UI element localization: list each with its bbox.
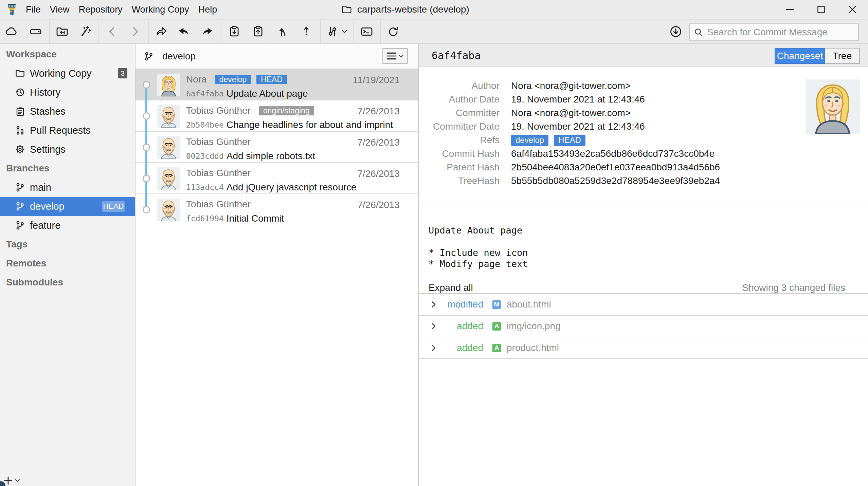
- field-commit-hash: Commit Hash 6af4faba153493e2ca56db86e6dc…: [419, 147, 720, 161]
- remote-branch-badge: origin/staging: [259, 106, 314, 115]
- added-badge: A: [492, 344, 501, 352]
- sidebar-item-label: Working Copy: [30, 68, 92, 79]
- field-label: Parent Hash: [419, 162, 500, 173]
- share-button[interactable]: [151, 22, 171, 41]
- titlebar: File View Repository Working Copy Help c…: [0, 0, 868, 19]
- commit-details-panel: 6af4faba Changeset Tree Author Nora <nor…: [419, 44, 868, 486]
- open-repository-button[interactable]: [52, 22, 72, 41]
- push-icon: [300, 25, 313, 38]
- refresh-button[interactable]: [383, 22, 403, 41]
- magic-wand-button[interactable]: [75, 22, 95, 41]
- stash-apply-button[interactable]: [248, 22, 268, 41]
- commit-hash: 0023cddd: [186, 152, 224, 161]
- commit-row[interactable]: Tobias Günther 7/26/2013 fcd61994 Initia…: [135, 194, 418, 225]
- sidebar-item-branch-develop[interactable]: develop HEAD: [0, 197, 135, 216]
- toolbar-divider: [380, 20, 381, 43]
- history-icon: [15, 87, 25, 97]
- minimize-button[interactable]: [774, 0, 806, 19]
- commit-hash: fcd61994: [186, 214, 224, 223]
- stash-save-button[interactable]: [224, 22, 244, 41]
- fetch-button[interactable]: [666, 22, 686, 41]
- sidebar-section-tags[interactable]: Tags: [0, 235, 135, 254]
- sidebar-item-branch-feature[interactable]: feature: [0, 216, 135, 235]
- ref-badge-head: HEAD: [554, 135, 585, 146]
- drive-icon: [29, 25, 42, 38]
- commit-date: 7/26/2013: [357, 200, 400, 210]
- sidebar-item-working-copy[interactable]: Working Copy 3: [0, 64, 135, 83]
- sidebar-item-settings[interactable]: Settings: [0, 140, 135, 159]
- commit-graph-node: [143, 81, 150, 89]
- close-button[interactable]: [837, 0, 868, 19]
- sidebar-section-workspace[interactable]: Workspace: [0, 45, 135, 64]
- back-button[interactable]: [102, 22, 122, 41]
- field-parent-hash: Parent Hash 2b504bee4083a20e0ef1e037eea0…: [419, 161, 720, 174]
- share-icon: [155, 25, 168, 38]
- sidebar-item-branch-main[interactable]: main: [0, 178, 135, 197]
- pull-button[interactable]: [274, 22, 293, 41]
- stash-apply-icon: [251, 25, 265, 38]
- sidebar-item-pull-requests[interactable]: Pull Requests: [0, 121, 135, 140]
- commit-hash: 113adcc4: [186, 183, 224, 192]
- tab-changeset[interactable]: Changeset: [775, 48, 825, 64]
- commit-date: 7/26/2013: [357, 106, 400, 117]
- compare-button[interactable]: [322, 22, 351, 41]
- plus-icon: [4, 476, 12, 485]
- sidebar-section-submodules[interactable]: Submodules: [0, 273, 135, 292]
- list-options-button[interactable]: [382, 48, 408, 64]
- terminal-icon: [360, 25, 374, 38]
- commit-message: Initial Commit: [227, 213, 284, 224]
- file-row[interactable]: modified M about.html: [419, 294, 868, 316]
- sidebar-item-history[interactable]: History: [0, 83, 135, 102]
- maximize-icon: [817, 5, 826, 14]
- file-row[interactable]: added A product.html: [419, 337, 868, 359]
- commit-date: 11/19/2021: [353, 75, 400, 86]
- sidebar-item-stashes[interactable]: Stashes: [0, 102, 135, 121]
- main-area: Workspace Working Copy 3 History: [0, 44, 868, 486]
- menu-help[interactable]: Help: [198, 4, 217, 15]
- commit-message: Add jQuery javascript resource: [227, 182, 357, 193]
- commit-row[interactable]: Tobias Günther origin/staging 7/26/2013 …: [135, 100, 418, 132]
- menu-repository[interactable]: Repository: [79, 4, 123, 15]
- sidebar-section-remotes[interactable]: Remotes: [0, 254, 135, 273]
- toolbar-divider: [98, 20, 99, 43]
- drive-button[interactable]: [26, 22, 46, 41]
- search-input[interactable]: [707, 27, 854, 38]
- menu-file[interactable]: File: [26, 4, 41, 15]
- sidebar-section-branches[interactable]: Branches: [0, 159, 135, 178]
- hamburger-icon: [387, 52, 396, 60]
- commit-author: Tobias Günther: [186, 136, 251, 147]
- commit-hash: 2b504bee: [186, 120, 224, 129]
- changed-files-list: modified M about.html added A img/icon.p…: [419, 293, 868, 359]
- sidebar-item-label: Stashes: [30, 106, 66, 117]
- close-icon: [848, 5, 857, 14]
- menu-working-copy[interactable]: Working Copy: [132, 4, 189, 15]
- sidebar-item-label: main: [30, 182, 51, 193]
- field-author: Author Nora <nora@git-tower.com>: [419, 79, 720, 93]
- add-repository-button[interactable]: [4, 476, 20, 485]
- toolbar-divider: [148, 20, 149, 43]
- details-divider: [419, 204, 868, 204]
- gear-icon: [15, 144, 25, 154]
- push-button[interactable]: [296, 22, 316, 41]
- menu-view[interactable]: View: [50, 4, 70, 15]
- file-row[interactable]: added A img/icon.png: [419, 316, 868, 337]
- terminal-button[interactable]: [357, 22, 377, 41]
- toolbar-divider: [49, 20, 50, 43]
- field-author-date: Author Date 19. November 2021 at 12:43:4…: [419, 93, 720, 106]
- stash-save-icon: [228, 25, 241, 38]
- field-value: 6af4faba153493e2ca56db86e6dcd737c3cc0b4e: [511, 148, 715, 159]
- expand-all-link[interactable]: Expand all: [429, 282, 473, 293]
- tab-tree[interactable]: Tree: [825, 48, 860, 64]
- maximize-button[interactable]: [806, 0, 837, 19]
- commit-row[interactable]: Nora develop HEAD 11/19/2021 6af4faba Up…: [135, 69, 418, 100]
- forward-button[interactable]: [125, 22, 145, 41]
- current-branch-name: develop: [162, 51, 196, 62]
- commit-graph-node: [143, 112, 150, 120]
- redo-button[interactable]: [197, 22, 217, 41]
- cloud-button[interactable]: [2, 22, 21, 41]
- undo-button[interactable]: [174, 22, 194, 41]
- commit-row[interactable]: Tobias Günther 7/26/2013 113adcc4 Add jQ…: [135, 163, 418, 194]
- working-copy-count-badge: 3: [118, 68, 127, 78]
- commit-row[interactable]: Tobias Günther 7/26/2013 0023cddd Add si…: [135, 132, 418, 163]
- avatar: [157, 167, 180, 190]
